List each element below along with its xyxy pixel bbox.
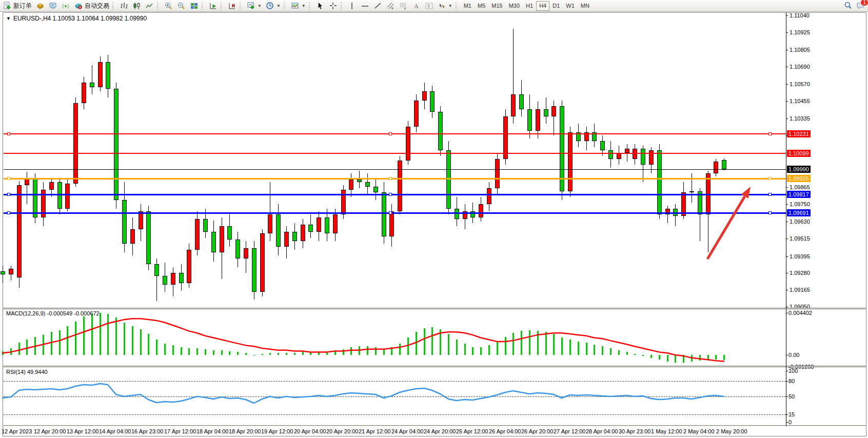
price-axis-line	[786, 12, 786, 426]
macd-indicator-label: MACD(12,26,9) -0.000549 -0.000672	[6, 310, 100, 316]
chart-menu-icon[interactable]: ▼	[6, 16, 11, 21]
chart-title-text: EURUSD-,H4 1.10053 1.10064 1.09982 1.099…	[13, 15, 147, 22]
rsi-indicator-label: RSI(14) 49.9440	[6, 369, 48, 375]
trading-terminal: 新订单 自动交易 ▼ ▼ ▼ E F A T	[0, 0, 868, 438]
arrow-annotation[interactable]	[0, 0, 868, 438]
chart-title: ▼ EURUSD-,H4 1.10053 1.10064 1.09982 1.0…	[6, 15, 147, 22]
panel-splitter[interactable]	[3, 308, 866, 309]
panel-splitter	[3, 425, 866, 426]
panel-splitter[interactable]	[3, 366, 866, 367]
